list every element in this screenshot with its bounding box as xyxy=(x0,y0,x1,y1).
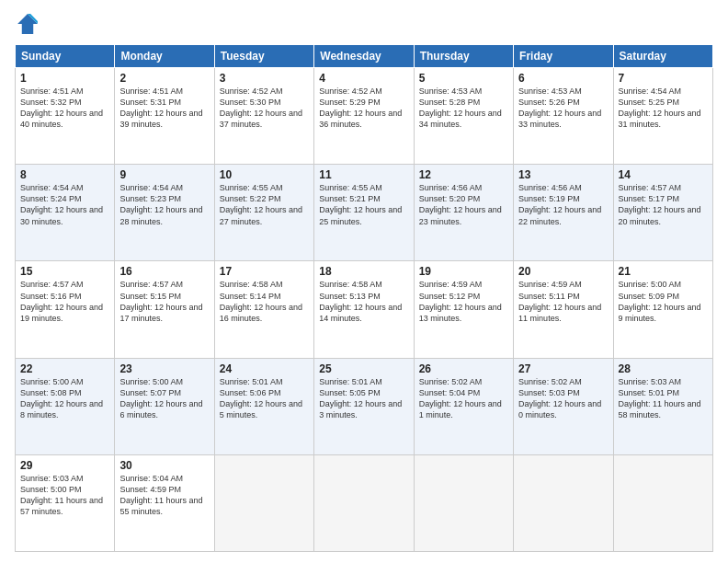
day-number: 30 xyxy=(119,459,209,472)
table-row: 19Sunrise: 4:59 AMSunset: 5:12 PMDayligh… xyxy=(414,261,513,358)
table-row: 6Sunrise: 4:53 AMSunset: 5:26 PMDaylight… xyxy=(514,68,613,165)
header-thursday: Thursday xyxy=(414,45,513,68)
day-number: 23 xyxy=(119,362,209,375)
header-tuesday: Tuesday xyxy=(214,45,313,68)
day-info: Sunrise: 4:54 AMSunset: 5:23 PMDaylight:… xyxy=(119,182,209,227)
calendar-row: 1Sunrise: 4:51 AMSunset: 5:32 PMDaylight… xyxy=(16,68,713,165)
table-row: 30Sunrise: 5:04 AMSunset: 4:59 PMDayligh… xyxy=(115,454,214,551)
day-info: Sunrise: 5:03 AMSunset: 5:00 PMDaylight:… xyxy=(20,473,109,518)
header-sunday: Sunday xyxy=(16,45,115,68)
table-row: 29Sunrise: 5:03 AMSunset: 5:00 PMDayligh… xyxy=(16,454,115,551)
day-info: Sunrise: 5:00 AMSunset: 5:09 PMDaylight:… xyxy=(619,279,708,324)
day-number: 3 xyxy=(220,72,309,85)
day-number: 6 xyxy=(518,72,608,85)
table-row xyxy=(514,454,613,551)
day-number: 12 xyxy=(419,168,508,181)
day-info: Sunrise: 5:03 AMSunset: 5:01 PMDaylight:… xyxy=(619,376,708,421)
table-row: 1Sunrise: 4:51 AMSunset: 5:32 PMDaylight… xyxy=(16,68,115,165)
day-number: 26 xyxy=(419,362,508,375)
table-row: 20Sunrise: 4:59 AMSunset: 5:11 PMDayligh… xyxy=(514,261,613,358)
day-info: Sunrise: 4:59 AMSunset: 5:11 PMDaylight:… xyxy=(518,279,608,324)
day-number: 11 xyxy=(319,168,408,181)
table-row: 21Sunrise: 5:00 AMSunset: 5:09 PMDayligh… xyxy=(613,261,712,358)
day-info: Sunrise: 4:51 AMSunset: 5:32 PMDaylight:… xyxy=(20,86,109,131)
table-row: 8Sunrise: 4:54 AMSunset: 5:24 PMDaylight… xyxy=(16,165,115,261)
logo-icon xyxy=(15,11,40,37)
day-info: Sunrise: 4:56 AMSunset: 5:19 PMDaylight:… xyxy=(518,182,608,227)
day-number: 21 xyxy=(619,265,708,278)
day-number: 25 xyxy=(319,362,408,375)
day-info: Sunrise: 4:57 AMSunset: 5:16 PMDaylight:… xyxy=(20,279,109,324)
table-row: 26Sunrise: 5:02 AMSunset: 5:04 PMDayligh… xyxy=(414,358,513,454)
calendar-row: 15Sunrise: 4:57 AMSunset: 5:16 PMDayligh… xyxy=(16,261,713,358)
day-number: 1 xyxy=(20,72,109,85)
day-info: Sunrise: 4:54 AMSunset: 5:25 PMDaylight:… xyxy=(619,86,708,131)
table-row xyxy=(314,454,414,551)
header-saturday: Saturday xyxy=(613,45,712,68)
day-info: Sunrise: 4:57 AMSunset: 5:15 PMDaylight:… xyxy=(119,279,209,324)
day-number: 19 xyxy=(419,265,508,278)
day-info: Sunrise: 4:56 AMSunset: 5:20 PMDaylight:… xyxy=(419,182,508,227)
day-number: 27 xyxy=(518,362,608,375)
table-row: 23Sunrise: 5:00 AMSunset: 5:07 PMDayligh… xyxy=(115,358,214,454)
table-row xyxy=(214,454,313,551)
table-row: 18Sunrise: 4:58 AMSunset: 5:13 PMDayligh… xyxy=(314,261,414,358)
day-info: Sunrise: 5:04 AMSunset: 4:59 PMDaylight:… xyxy=(119,473,209,518)
day-info: Sunrise: 4:59 AMSunset: 5:12 PMDaylight:… xyxy=(419,279,508,324)
day-number: 13 xyxy=(518,168,608,181)
day-number: 4 xyxy=(319,72,408,85)
header-monday: Monday xyxy=(115,45,214,68)
table-row xyxy=(414,454,513,551)
table-row: 5Sunrise: 4:53 AMSunset: 5:28 PMDaylight… xyxy=(414,68,513,165)
weekday-header-row: Sunday Monday Tuesday Wednesday Thursday… xyxy=(16,45,713,68)
table-row: 11Sunrise: 4:55 AMSunset: 5:21 PMDayligh… xyxy=(314,165,414,261)
day-number: 8 xyxy=(20,168,109,181)
calendar-row: 22Sunrise: 5:00 AMSunset: 5:08 PMDayligh… xyxy=(16,358,713,454)
table-row: 22Sunrise: 5:00 AMSunset: 5:08 PMDayligh… xyxy=(16,358,115,454)
table-row: 28Sunrise: 5:03 AMSunset: 5:01 PMDayligh… xyxy=(613,358,712,454)
day-info: Sunrise: 4:52 AMSunset: 5:29 PMDaylight:… xyxy=(319,86,408,131)
table-row: 2Sunrise: 4:51 AMSunset: 5:31 PMDaylight… xyxy=(115,68,214,165)
day-info: Sunrise: 4:51 AMSunset: 5:31 PMDaylight:… xyxy=(119,86,209,131)
day-number: 9 xyxy=(119,168,209,181)
day-info: Sunrise: 4:52 AMSunset: 5:30 PMDaylight:… xyxy=(220,86,309,131)
day-info: Sunrise: 5:02 AMSunset: 5:04 PMDaylight:… xyxy=(419,376,508,421)
header xyxy=(15,11,713,37)
day-number: 15 xyxy=(20,265,109,278)
day-info: Sunrise: 4:53 AMSunset: 5:28 PMDaylight:… xyxy=(419,86,508,131)
day-info: Sunrise: 5:00 AMSunset: 5:07 PMDaylight:… xyxy=(119,376,209,421)
day-number: 20 xyxy=(518,265,608,278)
day-info: Sunrise: 4:58 AMSunset: 5:13 PMDaylight:… xyxy=(319,279,408,324)
day-info: Sunrise: 5:02 AMSunset: 5:03 PMDaylight:… xyxy=(518,376,608,421)
table-row xyxy=(613,454,712,551)
day-info: Sunrise: 5:01 AMSunset: 5:06 PMDaylight:… xyxy=(220,376,309,421)
day-number: 18 xyxy=(319,265,408,278)
header-wednesday: Wednesday xyxy=(314,45,414,68)
day-number: 22 xyxy=(20,362,109,375)
day-number: 17 xyxy=(220,265,309,278)
table-row: 9Sunrise: 4:54 AMSunset: 5:23 PMDaylight… xyxy=(115,165,214,261)
calendar-row: 8Sunrise: 4:54 AMSunset: 5:24 PMDaylight… xyxy=(16,165,713,261)
day-number: 28 xyxy=(619,362,708,375)
page: Sunday Monday Tuesday Wednesday Thursday… xyxy=(0,0,728,563)
day-info: Sunrise: 4:58 AMSunset: 5:14 PMDaylight:… xyxy=(220,279,309,324)
day-info: Sunrise: 5:00 AMSunset: 5:08 PMDaylight:… xyxy=(20,376,109,421)
table-row: 16Sunrise: 4:57 AMSunset: 5:15 PMDayligh… xyxy=(115,261,214,358)
logo xyxy=(15,11,44,37)
header-friday: Friday xyxy=(514,45,613,68)
day-info: Sunrise: 5:01 AMSunset: 5:05 PMDaylight:… xyxy=(319,376,408,421)
table-row: 25Sunrise: 5:01 AMSunset: 5:05 PMDayligh… xyxy=(314,358,414,454)
day-number: 7 xyxy=(619,72,708,85)
table-row: 15Sunrise: 4:57 AMSunset: 5:16 PMDayligh… xyxy=(16,261,115,358)
day-info: Sunrise: 4:55 AMSunset: 5:21 PMDaylight:… xyxy=(319,182,408,227)
table-row: 27Sunrise: 5:02 AMSunset: 5:03 PMDayligh… xyxy=(514,358,613,454)
svg-marker-0 xyxy=(17,14,38,34)
table-row: 10Sunrise: 4:55 AMSunset: 5:22 PMDayligh… xyxy=(214,165,313,261)
day-number: 29 xyxy=(20,459,109,472)
table-row: 17Sunrise: 4:58 AMSunset: 5:14 PMDayligh… xyxy=(214,261,313,358)
table-row: 13Sunrise: 4:56 AMSunset: 5:19 PMDayligh… xyxy=(514,165,613,261)
day-number: 16 xyxy=(119,265,209,278)
calendar-row: 29Sunrise: 5:03 AMSunset: 5:00 PMDayligh… xyxy=(16,454,713,551)
day-number: 14 xyxy=(619,168,708,181)
table-row: 3Sunrise: 4:52 AMSunset: 5:30 PMDaylight… xyxy=(214,68,313,165)
